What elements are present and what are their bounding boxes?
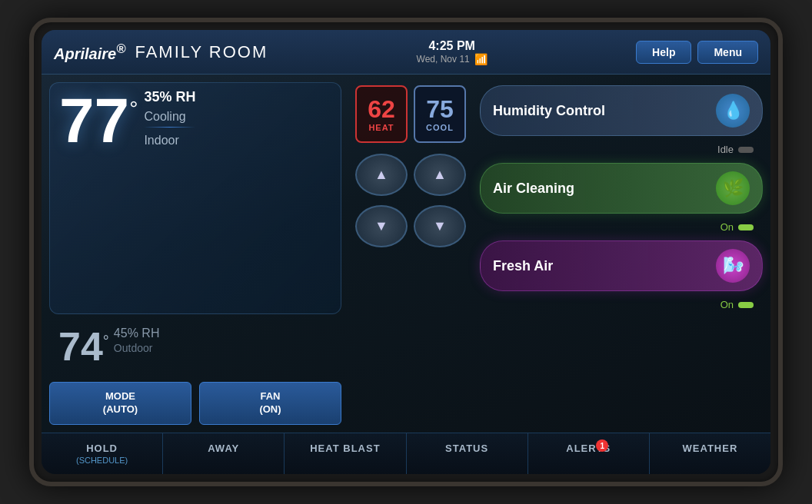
center-panel: 62 HEAT 75 COOL ▲ ▲ ▼ ▼ — [349, 82, 472, 425]
indoor-degree: ° — [129, 97, 138, 121]
header: Aprilaire® FAMILY ROOM 4:25 PM Wed, Nov … — [42, 30, 770, 75]
indoor-label: Indoor — [144, 134, 195, 148]
air-cleaning-on-row: On — [480, 221, 763, 233]
humidity-control-card[interactable]: Humidity Control 💧 — [480, 85, 763, 136]
mode-button[interactable]: MODE (AUTO) — [49, 382, 191, 425]
room-name: FAMILY ROOM — [135, 42, 268, 62]
right-panel: Humidity Control 💧 Idle Air Cleaning 🌿 O… — [480, 82, 763, 425]
fresh-air-icon: 🌬️ — [716, 249, 750, 283]
fan-button[interactable]: FAN (ON) — [199, 382, 341, 425]
cool-value: 75 — [426, 97, 454, 121]
hold-label: HOLD — [48, 443, 156, 454]
fresh-air-card[interactable]: Fresh Air 🌬️ — [480, 240, 763, 291]
outdoor-temp: 74 — [58, 327, 103, 366]
idle-label: Idle — [717, 144, 734, 155]
air-cleaning-card[interactable]: Air Cleaning 🌿 — [480, 163, 763, 214]
heat-up-button[interactable]: ▲ — [355, 154, 408, 196]
heat-blast-label: HEAT BLAST — [291, 443, 399, 454]
cool-up-button[interactable]: ▲ — [414, 154, 466, 196]
hold-button[interactable]: HOLD (SCHEDULE) — [42, 433, 163, 474]
logo: Aprilaire® — [54, 41, 125, 63]
device-frame: Aprilaire® FAMILY ROOM 4:25 PM Wed, Nov … — [29, 18, 783, 486]
status-button[interactable]: STATUS — [407, 433, 528, 474]
cool-label: COOL — [426, 123, 454, 132]
humidity-control-label: Humidity Control — [493, 103, 605, 119]
weather-button[interactable]: WEATHER — [650, 433, 770, 474]
air-cleaning-label: Air Cleaning — [493, 181, 574, 197]
fresh-air-on-indicator — [738, 302, 754, 308]
indoor-info: 35% RH Cooling Indoor — [138, 89, 195, 148]
menu-button[interactable]: Menu — [697, 41, 758, 64]
weather-label: WEATHER — [656, 443, 764, 454]
air-cleaning-on-label: On — [720, 221, 734, 233]
idle-indicator — [738, 147, 754, 153]
cool-setpoint[interactable]: 75 COOL — [414, 85, 466, 143]
outdoor-display: 74 ° 45% RH Outdoor — [49, 320, 168, 373]
alerts-button[interactable]: 1 ALERTS — [528, 433, 650, 474]
outdoor-label: Outdoor — [114, 342, 160, 354]
outdoor-info: 45% RH Outdoor — [109, 327, 160, 354]
date-display: Wed, Nov 11 📶 — [417, 53, 488, 65]
indoor-rh: 35% RH — [144, 89, 195, 105]
heat-blast-button[interactable]: HEAT BLAST — [285, 433, 406, 474]
idle-row: Idle — [480, 144, 763, 155]
alert-badge: 1 — [596, 439, 608, 452]
main-content: 77 ° 35% RH Cooling Indoor — [42, 75, 770, 433]
screen: Aprilaire® FAMILY ROOM 4:25 PM Wed, Nov … — [42, 30, 770, 474]
heat-value: 62 — [368, 97, 395, 121]
status-label: STATUS — [413, 443, 521, 454]
outdoor-row: 74 ° 45% RH Outdoor — [49, 320, 341, 373]
header-center: 4:25 PM Wed, Nov 11 📶 — [417, 39, 488, 65]
control-buttons: MODE (AUTO) FAN (ON) — [49, 382, 341, 425]
heat-setpoint[interactable]: 62 HEAT — [355, 85, 408, 143]
help-button[interactable]: Help — [636, 41, 691, 64]
clock-display: 4:25 PM — [417, 39, 488, 53]
header-buttons: Help Menu — [636, 41, 758, 64]
up-arrows-row: ▲ ▲ — [355, 154, 466, 196]
heat-label: HEAT — [368, 123, 394, 132]
fresh-air-on-label: On — [720, 299, 734, 310]
hold-sub: (SCHEDULE) — [48, 456, 156, 465]
humidity-icon: 💧 — [716, 94, 750, 128]
heat-down-button[interactable]: ▼ — [355, 205, 408, 247]
outdoor-degree: ° — [103, 333, 109, 350]
left-panel: 77 ° 35% RH Cooling Indoor — [49, 82, 341, 425]
cooling-status: Cooling — [144, 110, 195, 124]
away-label: AWAY — [169, 443, 278, 454]
alerts-label: ALERTS — [534, 443, 643, 454]
bottom-nav-bar: HOLD (SCHEDULE) AWAY HEAT BLAST STATUS 1… — [42, 433, 770, 474]
setpoints-row: 62 HEAT 75 COOL — [355, 85, 466, 143]
fresh-air-label: Fresh Air — [493, 258, 553, 274]
fresh-air-on-row: On — [480, 299, 763, 310]
divider — [144, 127, 195, 128]
wifi-icon: 📶 — [474, 53, 488, 65]
away-button[interactable]: AWAY — [163, 433, 285, 474]
outdoor-rh: 45% RH — [114, 327, 160, 340]
cool-down-button[interactable]: ▼ — [414, 205, 466, 247]
air-cleaning-on-indicator — [738, 224, 754, 230]
air-cleaning-icon: 🌿 — [716, 171, 750, 205]
header-left: Aprilaire® FAMILY ROOM — [54, 41, 268, 63]
indoor-display: 77 ° 35% RH Cooling Indoor — [49, 82, 341, 314]
down-arrows-row: ▼ ▼ — [355, 205, 466, 247]
indoor-temp: 77 — [59, 89, 129, 152]
